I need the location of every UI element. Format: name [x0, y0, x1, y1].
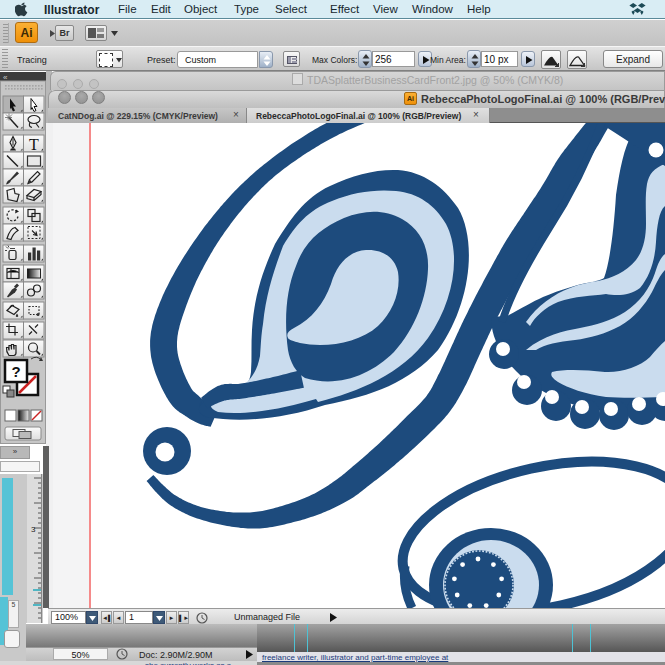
svg-text:T: T: [29, 136, 39, 153]
svg-text:«: «: [3, 73, 8, 82]
svg-text:3: 3: [31, 525, 36, 534]
svg-text:?: ?: [11, 363, 20, 380]
